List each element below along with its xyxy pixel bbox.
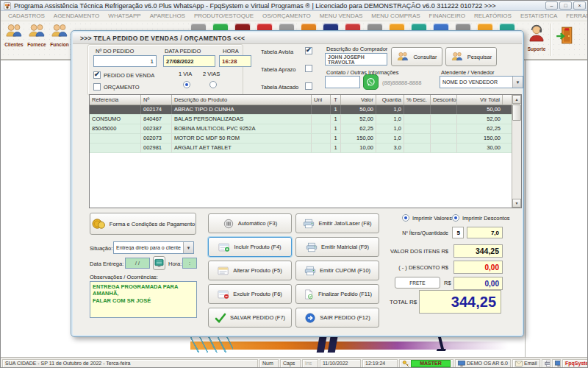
menu-item-cadastros[interactable]: CADASTROS: [4, 13, 49, 19]
toolbar-partial-icon[interactable]: [345, 23, 361, 30]
tabela-avista-checkbox[interactable]: [305, 47, 312, 54]
pesquisar-button[interactable]: Pesquisar: [445, 47, 497, 66]
menu-item-agendamento[interactable]: AGENDAMENTO: [49, 13, 104, 19]
autom-tico-f3-button[interactable]: Automático (F3): [208, 213, 292, 233]
toolbar-partial-icon[interactable]: [499, 23, 515, 30]
contato-input[interactable]: [325, 76, 360, 88]
emitir-cupom-f10-button[interactable]: Emitir CUPOM (F10): [295, 261, 379, 280]
toolbar-partial-icon[interactable]: [212, 23, 229, 30]
column-header-t[interactable]: T: [331, 95, 341, 105]
toolbar-partial-icon[interactable]: [190, 23, 207, 30]
column-header-vlr-total[interactable]: Vlr Total: [457, 95, 503, 105]
salvar-pedido-f7-button[interactable]: SALVAR PEDIDO (F7): [208, 308, 292, 328]
menu-item-relat-rios[interactable]: RELATÓRIOS: [470, 13, 516, 19]
hora-entrega-field[interactable]: :: [182, 258, 197, 269]
toolbar-partial-icon[interactable]: [477, 23, 493, 30]
toolbar-partial-icon[interactable]: [455, 23, 471, 30]
phone-number: (88)88888-8888: [382, 79, 421, 86]
incluir-produto-f4-button[interactable]: Incluir Produto (F4): [208, 237, 292, 257]
atendente-select[interactable]: NOME DO VENDEDOR ▼: [440, 76, 523, 88]
via1-radio[interactable]: [183, 81, 190, 88]
close-button[interactable]: ×: [573, 1, 586, 10]
menu-item-menu-compras[interactable]: MENU COMPRAS: [367, 13, 424, 19]
column-header-descri-o-do-produto[interactable]: Descrição do Produto: [172, 95, 312, 105]
table-scrollbar[interactable]: ▲ ▼: [512, 95, 521, 208]
menu-item-whatsapp[interactable]: WHATSAPP: [104, 13, 145, 19]
via2-radio[interactable]: [209, 81, 217, 88]
imprimir-descontos-radio[interactable]: Imprimir Descontos: [452, 214, 510, 222]
column-header-n[interactable]: Nº: [141, 95, 172, 105]
toolbar-item-funcion[interactable]: Funcion: [49, 23, 71, 47]
imprimir-valores-radio[interactable]: Imprimir Valores: [402, 214, 452, 222]
status-text: Caps: [283, 361, 295, 366]
orcamento-checkbox[interactable]: ORÇAMENTO: [93, 83, 140, 91]
scroll-down-icon[interactable]: ▼: [512, 199, 521, 208]
column-header-uni[interactable]: Uni: [312, 95, 331, 105]
data-entrega-field[interactable]: / /: [125, 258, 150, 269]
minimize-button[interactable]: –: [545, 1, 558, 10]
observacoes-textarea[interactable]: ENTREGA PROGRAMADA PARA AMANHÃ, FALAR CO…: [90, 281, 197, 318]
tabela-atacado-checkbox[interactable]: [305, 82, 312, 90]
numero-pedido-field[interactable]: 1: [93, 55, 157, 67]
descricao-comprador-input[interactable]: JOHN JOSEPH TRAVOLTA: [325, 53, 387, 66]
situacao-select[interactable]: Entrega direto para o cliente ▼: [113, 241, 194, 254]
menu-item-estatistica[interactable]: ESTATISTICA: [516, 13, 562, 19]
calendar-icon: [154, 258, 164, 268]
toolbar-partial-icon[interactable]: [323, 23, 339, 30]
consultar-button[interactable]: Consultar: [391, 47, 442, 66]
calendar-button[interactable]: [153, 256, 165, 270]
toolbar-partial-icon[interactable]: [389, 23, 405, 30]
scroll-up-icon[interactable]: ▲: [512, 95, 521, 104]
frete-rs-label: R$: [444, 280, 451, 286]
toolbar-partial-icon[interactable]: [279, 23, 295, 30]
menu-item-menu-vendas[interactable]: MENU VENDAS: [315, 13, 368, 19]
data-pedido-field[interactable]: 27/08/2022: [163, 55, 215, 67]
table-row[interactable]: 85045000002387BOBINA MULTICOIL PVC 9252A…: [90, 124, 521, 134]
data-entrega-label: Data Entrega:: [90, 261, 123, 267]
toolbar-partial-icon[interactable]: [367, 23, 383, 30]
finalizar-pedido-f11-button[interactable]: Finalizar Pedido (F11): [295, 284, 379, 304]
table-row[interactable]: 002981ARGALIT AET TABLET110,003,030,00: [90, 144, 521, 153]
column-header-desconto[interactable]: Desconto: [431, 95, 457, 105]
excluir-produto-f6-button[interactable]: Excluir Produto (F6): [208, 284, 292, 304]
window-titlebar[interactable]: Programa Assistência Técnica Refrigeraçã…: [1, 1, 588, 11]
products-table[interactable]: ReferenciaNºDescrição do ProdutoUniTValo…: [89, 94, 522, 208]
toolbar-partial-icon[interactable]: [433, 23, 449, 30]
sair-pedido-f12-button[interactable]: SAIR PEDIDO (F12): [295, 308, 379, 328]
whatsapp-button[interactable]: [363, 74, 379, 90]
toolbar-partial-icon[interactable]: [301, 23, 317, 30]
emitir-matricial-f9-button[interactable]: Emitir Matricial (F9): [295, 237, 379, 257]
maximize-button[interactable]: □: [559, 1, 572, 10]
menu-item-aparelhos[interactable]: APARELHOS: [146, 13, 190, 19]
table-row[interactable]: 002073MOTOR DC MDF 50 ROM1150,001,0150,0…: [90, 134, 521, 144]
menu-item-ferramentas[interactable]: FERRAMENTAS: [562, 13, 588, 19]
table-row[interactable]: CONSUMO840467BALAS PERSONALIZADAS152,001…: [90, 115, 521, 124]
toolbar-item-clientes[interactable]: Clientes: [3, 23, 25, 47]
hora-pedido-field[interactable]: 16:28: [219, 55, 251, 67]
pedido-venda-checkbox[interactable]: PEDIDO DE VENDA: [93, 71, 154, 79]
alterar-produto-f5-button[interactable]: Alterar Produto (F5): [208, 261, 292, 280]
emitir-jato-laser-f8-button[interactable]: Emitir Jato/Laser (F8): [295, 213, 379, 233]
table-cell: [431, 105, 457, 114]
frete-button[interactable]: FRETE: [395, 277, 440, 289]
menu-item-produto-estoque[interactable]: PRODUTO/ESTOQUE: [190, 13, 258, 19]
scrollbar-thumb[interactable]: [512, 105, 521, 121]
column-header-valor[interactable]: Valor: [341, 95, 376, 105]
toolbar-item-exit[interactable]: [553, 23, 576, 51]
menu-item-financeiro[interactable]: FINANCEIRO: [425, 13, 470, 19]
column-header-referencia[interactable]: Referencia: [90, 95, 141, 105]
toolbar-item-suporte[interactable]: Suporte: [526, 23, 548, 52]
toolbar-partial-icon[interactable]: [234, 23, 251, 30]
menu-item-os-or-amento[interactable]: OS/ORÇAMENTO: [258, 13, 315, 19]
toolbar-item-fornece[interactable]: Fornece: [26, 23, 48, 47]
toolbar-partial-icon[interactable]: [411, 23, 427, 30]
column-header-desc[interactable]: % Desc.: [404, 95, 431, 105]
forma-pagamento-button[interactable]: Forma e Condições de Pagamento: [90, 213, 196, 235]
table-cell: 52,00: [457, 115, 503, 124]
dialog-title[interactable]: >>> TELA PEDIDO DE VENDAS / ORÇAMENTOS <…: [73, 32, 522, 44]
column-header-quantia[interactable]: Quantia: [376, 95, 404, 105]
tabela-aprazo-checkbox[interactable]: [305, 65, 312, 72]
data-pedido-label: DATA PEDIDO: [165, 48, 201, 54]
toolbar-partial-icon[interactable]: [257, 23, 273, 30]
table-row[interactable]: 002174ABRAC TIPO D CUNHA150,001,050,00: [90, 105, 521, 115]
